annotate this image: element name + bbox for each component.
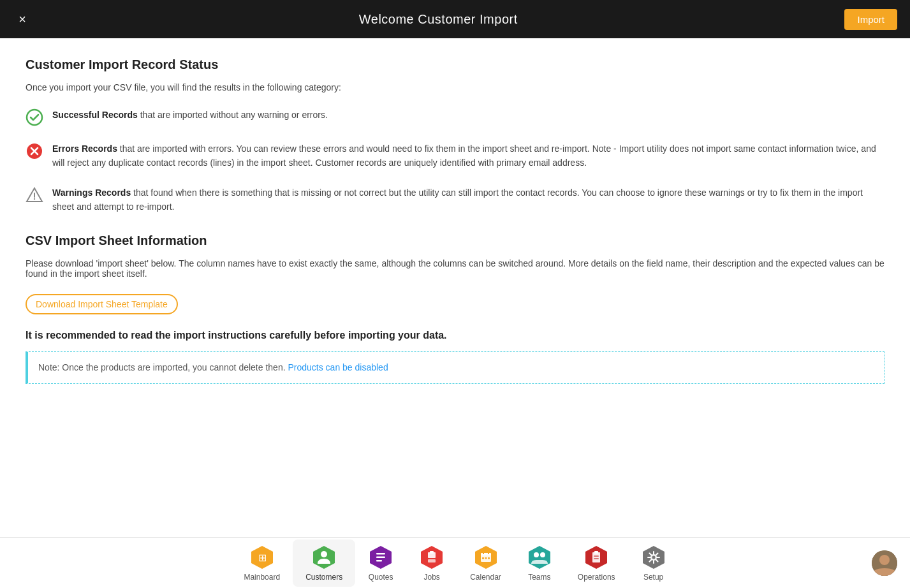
calendar-icon [473, 545, 499, 570]
customers-icon [311, 545, 337, 570]
warning-record-text: Warnings Records that found when there i… [52, 186, 884, 214]
app-header: × Welcome Customer Import Import [0, 0, 910, 38]
svg-point-33 [652, 555, 655, 559]
nav-item-mainboard[interactable]: ⊞ Mainboard [231, 540, 293, 587]
svg-text:⊞: ⊞ [258, 552, 266, 563]
svg-rect-27 [592, 552, 600, 562]
calendar-label: Calendar [470, 573, 501, 582]
svg-point-24 [534, 552, 539, 557]
avatar[interactable] [872, 550, 897, 576]
nav-item-setup[interactable]: Setup [628, 540, 679, 587]
error-icon [26, 142, 43, 160]
page-title: Welcome Customer Import [359, 12, 518, 27]
note-text: Note: Once the products are imported, yo… [38, 362, 388, 372]
nav-item-calendar[interactable]: Calendar [457, 540, 514, 587]
svg-point-25 [540, 552, 545, 557]
mainboard-label: Mainboard [244, 573, 280, 582]
svg-point-0 [27, 110, 42, 125]
error-record-text: Errors Records that are imported with er… [52, 142, 884, 170]
setup-label: Setup [643, 573, 663, 582]
warning-icon [26, 186, 43, 204]
mainboard-icon: ⊞ [249, 545, 275, 570]
main-content: Customer Import Record Status Once you i… [0, 38, 910, 537]
avatar-image [872, 550, 897, 576]
jobs-icon [419, 545, 444, 570]
quotes-label: Quotes [369, 573, 393, 582]
svg-rect-29 [594, 555, 599, 557]
svg-rect-20 [482, 557, 484, 559]
csv-section: CSV Import Sheet Information Please down… [26, 233, 884, 384]
svg-rect-17 [481, 553, 491, 555]
nav-item-jobs[interactable]: Jobs [406, 540, 457, 587]
record-status-title: Customer Import Record Status [26, 57, 884, 72]
success-record-label: Successful Records [52, 110, 138, 120]
success-record-desc: that are imported without any warning or… [138, 110, 328, 120]
csv-section-title: CSV Import Sheet Information [26, 233, 884, 248]
svg-rect-22 [488, 557, 490, 559]
svg-rect-28 [594, 551, 598, 554]
svg-point-6 [321, 551, 327, 557]
success-record-item: Successful Records that are imported wit… [26, 108, 884, 126]
note-box: Note: Once the products are imported, yo… [26, 351, 884, 384]
svg-rect-21 [485, 557, 487, 559]
error-record-label: Errors Records [52, 143, 117, 154]
nav-item-operations[interactable]: Operations [565, 540, 628, 587]
nav-item-teams[interactable]: Teams [514, 540, 565, 587]
bottom-nav: ⊞ Mainboard Customers [0, 537, 910, 588]
operations-icon [583, 545, 609, 570]
import-button[interactable]: Import [844, 9, 897, 30]
nav-item-quotes[interactable]: Quotes [355, 540, 406, 587]
download-template-link[interactable]: Download Import Sheet Template [26, 294, 178, 314]
csv-info-text: Please download 'import sheet' below. Th… [26, 258, 884, 279]
success-record-text: Successful Records that are imported wit… [52, 108, 328, 122]
svg-rect-9 [376, 556, 385, 558]
customers-label: Customers [305, 573, 342, 582]
teams-label: Teams [528, 573, 550, 582]
setup-icon [641, 545, 666, 570]
operations-label: Operations [578, 573, 615, 582]
svg-rect-13 [428, 559, 436, 562]
intro-text: Once you import your CSV file, you will … [26, 82, 884, 92]
svg-rect-30 [594, 558, 599, 559]
svg-rect-14 [430, 551, 434, 554]
teams-icon [527, 545, 552, 570]
warning-record-label: Warnings Records [52, 187, 131, 198]
warning-record-item: Warnings Records that found when there i… [26, 186, 884, 214]
svg-rect-8 [376, 553, 385, 555]
svg-rect-10 [376, 560, 382, 562]
note-link[interactable]: Products can be disabled [288, 362, 388, 372]
error-record-item: Errors Records that are imported with er… [26, 142, 884, 170]
svg-point-35 [879, 555, 890, 565]
close-button[interactable]: × [13, 10, 32, 29]
recommendation-text: It is recommended to read the import ins… [26, 330, 884, 341]
jobs-label: Jobs [423, 573, 439, 582]
quotes-icon [368, 545, 393, 570]
svg-marker-23 [529, 546, 550, 569]
nav-item-customers[interactable]: Customers [293, 540, 355, 587]
error-record-desc: that are imported with errors. You can r… [52, 143, 876, 168]
success-icon [26, 108, 43, 126]
svg-point-2 [34, 198, 35, 200]
nav-items: ⊞ Mainboard Customers [231, 540, 679, 587]
warning-record-desc: that found when there is something that … [52, 187, 863, 212]
